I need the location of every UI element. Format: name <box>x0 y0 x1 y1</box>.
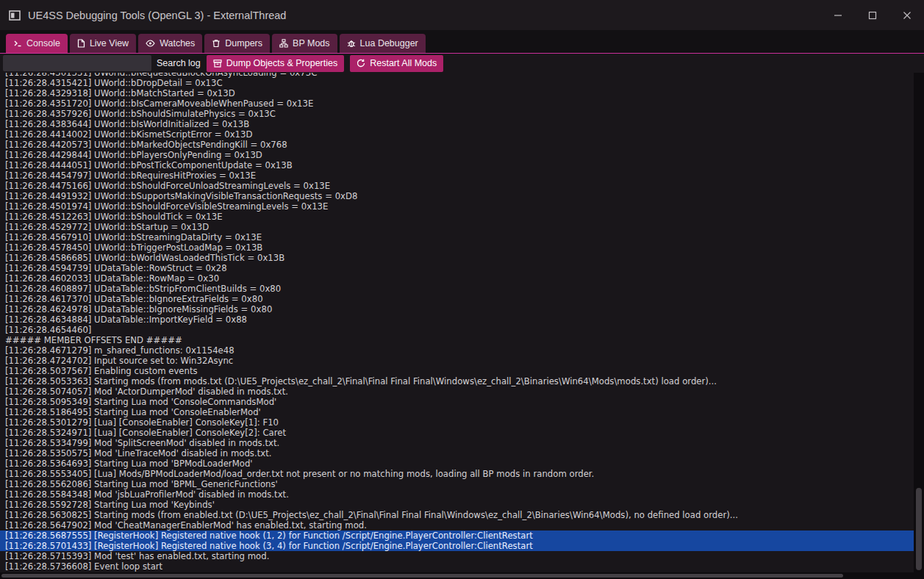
log-line-selected[interactable]: [11:26:28.5701433] [RegisterHook] Regist… <box>0 541 914 551</box>
log-line[interactable]: [11:26:28.5350575] Mod 'LineTraceMod' di… <box>0 448 914 458</box>
log-line[interactable]: [11:26:28.4351720] UWorld::bIsCameraMove… <box>0 98 914 109</box>
tab-label: Lua Debugger <box>360 38 418 48</box>
log-line[interactable]: [11:26:28.4444051] UWorld::bPostTickComp… <box>0 160 914 170</box>
log-line[interactable]: [11:26:28.4578450] UWorld::bTriggerPostL… <box>0 242 914 253</box>
log-line[interactable]: [11:26:28.5074057] Mod 'ActorDumperMod' … <box>0 386 914 397</box>
log-line[interactable]: [11:26:28.4454797] UWorld::bRequiresHitP… <box>0 170 914 181</box>
tab-bar: ConsoleLive ViewWatchesDumpersBP ModsLua… <box>0 30 924 53</box>
log-line[interactable]: [11:26:28.4491932] UWorld::bSupportsMaki… <box>0 191 914 201</box>
log-line[interactable]: [11:26:28.5364693] Starting Lua mod 'BPM… <box>0 458 914 469</box>
tab-label: BP Mods <box>293 38 330 48</box>
log-line[interactable]: [11:26:28.5186495] Starting Lua mod 'Con… <box>0 407 914 417</box>
log-line[interactable]: [11:26:28.4608897] UDataTable::bStripFro… <box>0 284 914 294</box>
tab-bp-mods[interactable]: BP Mods <box>272 34 337 53</box>
app-window: UE4SS Debugging Tools (OpenGL 3) - Exter… <box>0 0 924 579</box>
log-line[interactable]: [11:26:28.4724702] Input source set to: … <box>0 356 914 366</box>
log-line[interactable]: [11:26:28.4602033] UDataTable::RowMap = … <box>0 273 914 284</box>
archive-icon <box>213 60 222 68</box>
refresh-icon <box>357 59 365 68</box>
log-line[interactable]: [11:26:28.5584348] Mod 'jsbLuaProfilerMo… <box>0 489 914 500</box>
minimize-button[interactable] <box>820 0 855 30</box>
log-line[interactable]: [11:26:28.5647902] Mod 'CheatManagerEnab… <box>0 520 914 531</box>
bug-icon <box>347 39 356 48</box>
log-area[interactable]: [11:26:28.4301331] UWorld::bRequestedBlo… <box>0 73 914 572</box>
dump-icon <box>212 39 221 48</box>
tab-label: Console <box>26 38 60 48</box>
log-line[interactable]: [11:26:28.4420573] UWorld::bMarkedObject… <box>0 140 914 150</box>
toolbar: Search log Dump Objects & Properties Res… <box>0 54 924 73</box>
maximize-button[interactable] <box>855 0 889 30</box>
tab-watches[interactable]: Watches <box>138 34 202 53</box>
log-line[interactable]: [11:26:28.5630825] Starting mods (from e… <box>0 510 914 520</box>
terminal-icon <box>13 39 22 48</box>
log-line[interactable]: [11:26:28.4654460] <box>0 325 914 335</box>
vertical-scrollbar[interactable] <box>914 73 924 572</box>
vertical-scrollbar-thumb[interactable] <box>916 488 922 570</box>
log-line[interactable]: [11:26:28.4429844] UWorld::bPlayersOnlyP… <box>0 150 914 160</box>
log-line[interactable]: [11:26:28.5301279] [Lua] [ConsoleEnabler… <box>0 417 914 428</box>
log-line[interactable]: [11:26:28.5334799] Mod 'SplitScreenMod' … <box>0 438 914 448</box>
log-line[interactable]: [11:26:28.4567910] UWorld::bStreamingDat… <box>0 232 914 242</box>
window-controls <box>820 0 924 30</box>
horizontal-scrollbar[interactable] <box>0 572 924 579</box>
log-line[interactable]: [11:26:28.4634884] UDataTable::ImportKey… <box>0 314 914 325</box>
log-line[interactable]: [11:26:28.5562086] Starting Lua mod 'BPM… <box>0 479 914 489</box>
log-line-selected[interactable]: [11:26:28.5687555] [RegisterHook] Regist… <box>0 531 914 541</box>
log-line[interactable]: [11:26:28.4594739] UDataTable::RowStruct… <box>0 263 914 273</box>
eye-icon <box>146 39 155 48</box>
log-line[interactable]: [11:26:28.4315421] UWorld::bDropDetail =… <box>0 78 914 88</box>
log-line[interactable]: [11:26:28.4414002] UWorld::bKismetScript… <box>0 129 914 140</box>
log-line[interactable]: [11:26:28.4475166] UWorld::bShouldForceU… <box>0 181 914 191</box>
log-line[interactable]: [11:26:28.5053363] Starting mods (from m… <box>0 376 914 386</box>
window-title: UE4SS Debugging Tools (OpenGL 3) - Exter… <box>28 10 286 21</box>
log-line[interactable]: [11:26:28.4671279] m_shared_functions: 0… <box>0 345 914 356</box>
log-line[interactable]: [11:26:28.4357926] UWorld::bShouldSimula… <box>0 109 914 119</box>
tab-label: Live View <box>90 38 129 48</box>
log-line[interactable]: [11:26:28.4624978] UDataTable::bIgnoreMi… <box>0 304 914 314</box>
log-line[interactable]: [11:26:28.5095349] Starting Lua mod 'Con… <box>0 397 914 407</box>
tab-live-view[interactable]: Live View <box>70 34 136 53</box>
tab-console[interactable]: Console <box>6 34 68 53</box>
dump-objects-label: Dump Objects & Properties <box>226 58 337 68</box>
tab-dumpers[interactable]: Dumpers <box>204 34 270 53</box>
log-line[interactable]: [11:26:28.4586685] UWorld::bWorldWasLoad… <box>0 253 914 263</box>
titlebar: UE4SS Debugging Tools (OpenGL 3) - Exter… <box>0 0 924 30</box>
log-line[interactable]: [11:26:28.5553405] [Lua] Mods/BPModLoade… <box>0 469 914 479</box>
document-icon <box>77 39 85 48</box>
app-icon <box>9 10 21 21</box>
log-line[interactable]: [11:26:28.4329318] UWorld::bMatchStarted… <box>0 88 914 98</box>
search-log-label: Search log <box>157 58 201 68</box>
log-line[interactable]: [11:26:28.5592728] Starting Lua mod 'Key… <box>0 500 914 510</box>
log-line[interactable]: [11:26:28.4617370] UDataTable::bIgnoreEx… <box>0 294 914 304</box>
log-line[interactable]: [11:26:28.4529772] UWorld::bStartup = 0x… <box>0 222 914 232</box>
log-line[interactable]: [11:26:28.5736608] Event loop start <box>0 561 914 572</box>
log-line[interactable]: [11:26:28.5715393] Mod 'test' has enable… <box>0 551 914 561</box>
log-line[interactable]: [11:26:28.4501974] UWorld::bShouldForceV… <box>0 201 914 212</box>
log-line[interactable]: [11:26:28.4383644] UWorld::bIsWorldIniti… <box>0 119 914 129</box>
blueprint-icon <box>279 39 288 48</box>
log-line[interactable]: ##### MEMBER OFFSETS END ##### <box>0 335 914 345</box>
log-line[interactable]: [11:26:28.4512263] UWorld::bShouldTick =… <box>0 212 914 222</box>
search-input[interactable] <box>3 55 151 71</box>
log-line[interactable]: [11:26:28.5037567] Enabling custom event… <box>0 366 914 376</box>
tab-label: Dumpers <box>225 38 262 48</box>
restart-mods-button[interactable]: Restart All Mods <box>350 55 443 72</box>
log-line[interactable]: [11:26:28.4301331] UWorld::bRequestedBlo… <box>0 73 914 78</box>
tab-label: Watches <box>160 38 195 48</box>
log-line[interactable]: [11:26:28.5324971] [Lua] [ConsoleEnabler… <box>0 428 914 438</box>
restart-mods-label: Restart All Mods <box>370 58 437 68</box>
dump-objects-button[interactable]: Dump Objects & Properties <box>207 55 344 72</box>
horizontal-scrollbar-thumb[interactable] <box>1 574 843 578</box>
log-content: [11:26:28.4301331] UWorld::bRequestedBlo… <box>0 73 914 572</box>
close-button[interactable] <box>889 0 924 30</box>
tab-lua-debugger[interactable]: Lua Debugger <box>340 34 426 53</box>
